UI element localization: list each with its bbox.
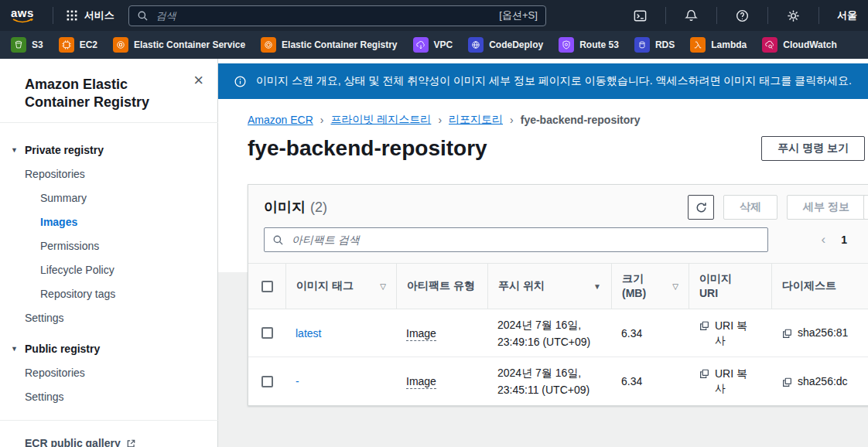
services-menu-button[interactable]: 서비스 (61, 5, 119, 26)
cloudwatch-icon (762, 37, 777, 53)
sort-icon[interactable]: ▽ (672, 282, 678, 291)
aws-logo[interactable]: aws (11, 8, 34, 24)
sidebar-item-public-settings[interactable]: Settings (25, 391, 199, 403)
favorite-vpc[interactable]: VPC (413, 37, 453, 53)
help-button[interactable] (725, 9, 760, 23)
images-panel: 이미지 (2) 삭제 세부 정보 (248, 184, 868, 406)
favorite-s3[interactable]: S3 (11, 37, 43, 53)
breadcrumb-separator: › (320, 114, 324, 126)
table-row: latest Image 2024년 7월 16일, 23:49:16 (UTC… (248, 309, 868, 357)
page-header: fye-backend-repository 푸시 명령 보기 (248, 136, 865, 161)
artifact-search-box[interactable] (264, 227, 768, 252)
favorite-codedeploy[interactable]: CodeDeploy (468, 37, 543, 53)
table-header-row: 이미지 태그 ▽ 아티팩트 유형 푸시 위치 ▼ 크기 (MB) ▽ 이미지 U… (248, 263, 868, 309)
global-search-box[interactable]: [옵션+S] (128, 5, 546, 26)
main-content: 이미지 스캔 개요, 상태 및 전체 취약성이 이미지 세부 정보 페이지로 이… (218, 59, 868, 447)
image-tag-link[interactable]: - (296, 375, 299, 387)
breadcrumb: Amazon ECR › 프라이빗 레지스트리 › 리포지토리 › fye-ba… (248, 113, 865, 127)
copy-icon[interactable] (699, 320, 710, 332)
copy-uri-button[interactable]: URI 복사 (715, 319, 747, 348)
pushed-date: 2024년 7월 16일, (497, 316, 601, 333)
refresh-button[interactable] (688, 195, 714, 220)
sidebar-section-public-registry[interactable]: ▼ Public registry (11, 343, 199, 355)
favorite-lambda[interactable]: Lambda (690, 37, 747, 53)
ecr-public-gallery-link[interactable]: ECR public gallery (25, 437, 218, 447)
panel-count: (2) (310, 200, 327, 216)
breadcrumb-link-repositories[interactable]: 리포지토리 (449, 113, 503, 127)
cloudshell-button[interactable] (623, 9, 658, 23)
select-all-checkbox-cell (248, 264, 285, 309)
sidebar-section-private-registry[interactable]: ▼ Private registry (11, 144, 199, 156)
sidebar-item-repository-tags[interactable]: Repository tags (40, 288, 199, 300)
refresh-icon (695, 201, 708, 214)
caret-down-icon: ▼ (11, 345, 19, 353)
sidebar-item-permissions[interactable]: Permissions (40, 240, 199, 252)
view-push-commands-button[interactable]: 푸시 명령 보기 (761, 136, 865, 161)
lambda-icon (690, 37, 706, 53)
delete-button[interactable]: 삭제 (723, 195, 777, 220)
codedeploy-icon (468, 37, 484, 53)
size-value: 6.34 (611, 327, 689, 340)
caret-down-icon: ▼ (11, 146, 19, 154)
favorites-bar: S3 EC2 Elastic Container Service Elastic… (0, 31, 868, 59)
aws-smile-icon (12, 19, 33, 24)
digest-value: sha256:81 (798, 326, 848, 339)
column-header-image-tag[interactable]: 이미지 태그 ▽ (285, 264, 396, 309)
row-checkbox[interactable] (261, 376, 273, 387)
info-banner: 이미지 스캔 개요, 상태 및 전체 취약성이 이미지 세부 정보 페이지로 이… (218, 63, 868, 99)
favorite-rds[interactable]: RDS (634, 37, 675, 53)
artifact-type-value: Image (406, 375, 436, 389)
column-header-size[interactable]: 크기 (MB) ▽ (611, 264, 689, 309)
sidebar-item-lifecycle-policy[interactable]: Lifecycle Policy (40, 264, 199, 276)
topbar-right-group: 서울 (623, 7, 857, 24)
column-header-pushed-at[interactable]: 푸시 위치 ▼ (487, 264, 611, 309)
favorite-ecr[interactable]: Elastic Container Registry (261, 37, 397, 53)
artifact-type-value: Image (406, 327, 436, 341)
page-title: fye-backend-repository (248, 136, 487, 161)
favorite-ecs[interactable]: Elastic Container Service (113, 37, 245, 53)
sidebar-divider (0, 122, 218, 123)
favorite-cloudwatch[interactable]: CloudWatch (762, 37, 837, 53)
sort-icon[interactable]: ▽ (380, 282, 386, 291)
sidebar-item-repositories[interactable]: Repositories (25, 168, 199, 180)
select-all-checkbox[interactable] (261, 281, 273, 292)
row-checkbox[interactable] (261, 327, 273, 339)
notifications-button[interactable] (674, 9, 709, 23)
sidebar-item-summary[interactable]: Summary (40, 192, 199, 204)
banner-text: 이미지 스캔 개요, 상태 및 전체 취약성이 이미지 세부 정보 페이지로 이… (256, 74, 852, 88)
favorite-ec2[interactable]: EC2 (59, 37, 97, 53)
cloudshell-terminal-icon (633, 9, 648, 23)
breadcrumb-separator: › (438, 114, 442, 126)
breadcrumb-link-private-registry[interactable]: 프라이빗 레지스트리 (330, 113, 431, 127)
pagination-prev-icon[interactable]: ‹ (822, 232, 826, 247)
copy-uri-button[interactable]: URI 복사 (715, 367, 747, 396)
sidebar-close-icon[interactable]: × (193, 73, 203, 88)
artifact-search-input[interactable] (290, 233, 760, 247)
breadcrumb-link-amazon-ecr[interactable]: Amazon ECR (248, 114, 313, 126)
global-search-input[interactable] (155, 9, 494, 22)
favorite-route53[interactable]: Route 53 (559, 37, 619, 53)
ecr-icon (261, 37, 276, 53)
pushed-time: 23:49:16 (UTC+09) (497, 333, 601, 350)
pagination: ‹ 1 (822, 232, 866, 247)
cutoff-action-button[interactable] (863, 195, 868, 220)
copy-icon[interactable] (781, 377, 793, 388)
route53-icon (559, 37, 574, 53)
copy-icon[interactable] (699, 368, 710, 380)
search-shortcut-hint: [옵션+S] (499, 9, 538, 22)
copy-icon[interactable] (781, 328, 793, 340)
sidebar-item-public-repositories[interactable]: Repositories (25, 367, 199, 379)
sort-desc-icon[interactable]: ▼ (593, 282, 601, 291)
settings-button[interactable] (776, 9, 811, 23)
image-tag-link[interactable]: latest (296, 327, 321, 340)
sidebar-item-images[interactable]: Images (40, 216, 199, 228)
details-button[interactable]: 세부 정보 (787, 195, 866, 220)
s3-icon (11, 37, 26, 53)
pagination-page-1[interactable]: 1 (841, 234, 847, 246)
panel-title: 이미지 (264, 198, 306, 217)
sidebar-item-settings[interactable]: Settings (25, 312, 199, 324)
vpc-icon (413, 37, 429, 53)
breadcrumb-separator: › (510, 114, 514, 126)
topbar-divider (818, 7, 819, 24)
region-selector[interactable]: 서울 (827, 9, 857, 22)
